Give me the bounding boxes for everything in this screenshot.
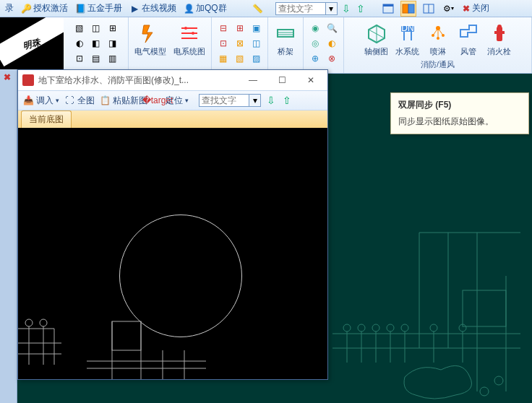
tool-b1-icon[interactable]: ◐: [72, 37, 87, 50]
svg-point-29: [497, 25, 502, 29]
tool-d2-icon[interactable]: ⊞: [233, 22, 247, 35]
book-icon: 📘: [75, 4, 85, 14]
child-minimize-button[interactable]: —: [241, 72, 265, 88]
svg-point-52: [480, 387, 489, 396]
tool-settings-icon[interactable]: ⚙▾: [441, 1, 457, 17]
child-app-icon: [22, 74, 34, 86]
tool-g2-icon[interactable]: 🔍: [325, 22, 339, 35]
btn-locate[interactable]: �target定位▾: [152, 95, 189, 107]
menu-license[interactable]: 🔑授权激活: [19, 2, 70, 14]
child-titlebar[interactable]: 地下室给水排水、消防平面图(修改)_t... — ☐ ✕: [18, 70, 327, 90]
svg-line-24: [433, 28, 438, 35]
btn-axon-view[interactable]: 轴侧图: [363, 20, 390, 58]
tool-c1-icon[interactable]: ⊡: [72, 52, 87, 65]
top-search: ▾: [275, 2, 338, 15]
tool-window1-icon[interactable]: [380, 1, 396, 17]
tool-i2-icon[interactable]: ⊗: [325, 52, 339, 65]
ribbon-small-tools2: ⊟ ⊞ ▣ ⊡ ⊠ ◫ ▦ ▧ ▨: [212, 17, 268, 73]
tooltip: 双屏同步 (F5) 同步显示图纸原始图像。: [390, 92, 529, 134]
btn-bridge[interactable]: 桥架: [273, 20, 299, 58]
btn-electric-model[interactable]: 电气模型: [133, 20, 168, 58]
menu-online-video[interactable]: ▶在线视频: [127, 2, 179, 14]
ribbon-small-tools: ▧ ◫ ⊞ ◐ ◧ ◨ ⊡ ▤ ▥: [64, 17, 129, 73]
tool-b3-icon[interactable]: ◨: [106, 37, 120, 50]
svg-point-9: [184, 27, 187, 30]
ribbon-group-electric: 电气模型 电系统图: [129, 17, 212, 73]
tool-f2-icon[interactable]: ▧: [233, 52, 247, 65]
key-icon: 🔑: [21, 4, 31, 14]
svg-point-53: [494, 376, 503, 385]
cad-lines: [18, 292, 327, 379]
tool-a1-icon[interactable]: ▧: [72, 22, 87, 35]
duct-icon: [457, 22, 480, 45]
child-title: 地下室给水排水、消防平面图(修改)_t...: [38, 74, 236, 87]
btn-paste-new[interactable]: 📋粘贴新图: [99, 95, 147, 107]
tool-e2-icon[interactable]: ⊠: [233, 37, 247, 50]
tool-h1-icon[interactable]: ◎: [308, 37, 322, 50]
tool-i1-icon[interactable]: ⊕: [308, 52, 322, 65]
tool-d1-icon[interactable]: ⊟: [216, 22, 231, 35]
top-menubar: 录 🔑授权激活 📘五金手册 ▶在线视频 👤加QQ群 📏 ▾ ⇩ ⇧ ⚙▾ ✖关闭: [0, 0, 532, 17]
paste-icon: 📋: [99, 95, 111, 106]
hydrant-icon: [488, 22, 511, 45]
menu-close[interactable]: ✖关闭: [460, 2, 492, 14]
tool-a2-icon[interactable]: ◫: [89, 22, 103, 35]
electric-model-icon: [139, 22, 162, 45]
btn-electric-system[interactable]: 电系统图: [172, 20, 207, 58]
tool-f1-icon[interactable]: ▦: [216, 52, 231, 65]
svg-point-43: [430, 324, 437, 332]
child-tabstrip: 当前底图: [18, 110, 327, 128]
tool-h2-icon[interactable]: ◐: [325, 37, 339, 50]
tooltip-body: 同步显示图纸原始图像。: [398, 116, 521, 128]
child-search-prev-icon[interactable]: ⇩: [265, 95, 277, 106]
top-search-dropdown[interactable]: ▾: [326, 2, 338, 15]
sprinkler-icon: [426, 22, 450, 45]
btn-hydrant[interactable]: 消火栓: [486, 20, 512, 58]
fit-icon: ⛶: [64, 95, 75, 106]
child-window: 地下室给水排水、消防平面图(修改)_t... — ☐ ✕ 📥调入▾ ⛶全图 📋粘…: [17, 69, 328, 380]
ribbon-small-tools3: ◉ 🔍 ◎ ◐ ⊕ ⊗: [304, 17, 344, 73]
btn-import[interactable]: 📥调入▾: [22, 95, 59, 107]
btn-water-system[interactable]: DN水系统: [394, 20, 421, 58]
child-search-input[interactable]: [199, 94, 249, 107]
svg-rect-2: [403, 4, 408, 13]
svg-rect-3: [408, 4, 414, 13]
ribbon-group-bridge: 桥架: [268, 17, 304, 73]
svg-point-66: [40, 319, 47, 326]
tool-e1-icon[interactable]: ⊡: [216, 37, 231, 50]
tool-f3-icon[interactable]: ▨: [249, 52, 264, 65]
tool-g1-icon[interactable]: ◉: [308, 22, 322, 35]
tool-a3-icon[interactable]: ⊞: [106, 22, 120, 35]
tool-dual-sync-icon[interactable]: [400, 1, 416, 17]
child-maximize-button[interactable]: ☐: [270, 72, 294, 88]
tool-c2-icon[interactable]: ▤: [89, 52, 103, 65]
child-search-dropdown[interactable]: ▾: [249, 94, 261, 107]
tool-d3-icon[interactable]: ▣: [249, 22, 264, 35]
btn-sprinkler[interactable]: 喷淋: [425, 20, 451, 58]
menu-hardware-manual[interactable]: 📘五金手册: [73, 2, 124, 14]
menu-qq-group[interactable]: 👤加QQ群: [181, 2, 229, 14]
svg-text:DN: DN: [401, 25, 413, 33]
top-search-input[interactable]: [275, 2, 326, 15]
play-icon: ▶: [129, 4, 140, 14]
btn-fit-all[interactable]: ⛶全图: [64, 95, 95, 107]
svg-point-41: [387, 324, 394, 332]
menu-record[interactable]: 录: [3, 2, 16, 14]
btn-duct[interactable]: 风管: [455, 20, 481, 58]
child-canvas[interactable]: [18, 128, 327, 379]
bridge-icon: [274, 22, 297, 45]
search-next-icon[interactable]: ⇧: [355, 3, 366, 14]
tool-c3-icon[interactable]: ▥: [106, 52, 120, 65]
ribbon-group-fire: 轴侧图 DN水系统 喷淋 风管 消火栓 消防/通风: [344, 17, 532, 73]
svg-rect-28: [494, 31, 505, 34]
child-search-next-icon[interactable]: ⇧: [281, 95, 293, 106]
tool-b2-icon[interactable]: ◧: [89, 37, 103, 50]
tool-measure-icon[interactable]: 📏: [250, 1, 266, 17]
tab-current-base[interactable]: 当前底图: [21, 110, 72, 128]
tool-window3-icon[interactable]: [421, 1, 437, 17]
child-close-button[interactable]: ✕: [299, 72, 323, 88]
tool-e3-icon[interactable]: ◫: [249, 37, 264, 50]
search-prev-icon[interactable]: ⇩: [340, 3, 352, 14]
svg-line-25: [438, 28, 443, 35]
svg-point-40: [372, 324, 379, 332]
